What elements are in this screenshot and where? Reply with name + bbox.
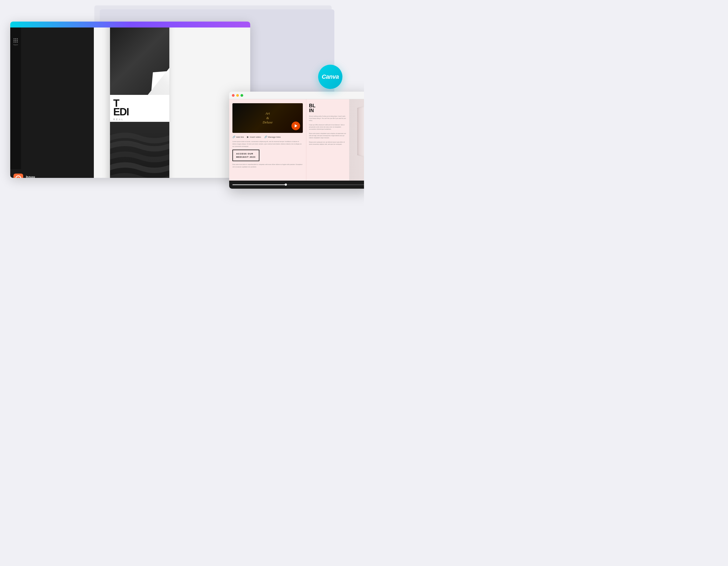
gradient-bar (10, 22, 250, 28)
sidebar-content: Issuu Created by Issuu.com Save your des… (10, 169, 94, 178)
minimize-button-icon[interactable] (236, 94, 239, 97)
dot (13, 42, 15, 43)
viewer-right-title: BLIN (309, 103, 346, 113)
apps-label: Apps (13, 43, 18, 46)
left-sidebar: Apps Issuu Created by Issuu.com (10, 28, 94, 178)
dot (13, 38, 15, 39)
insert-video-label: Insert video (250, 136, 261, 138)
dot (17, 40, 18, 41)
apps-section[interactable]: Apps (13, 38, 18, 46)
play-triangle (295, 124, 297, 128)
dot (15, 42, 16, 43)
issuu-logo-ring (15, 176, 21, 178)
dot (15, 40, 16, 41)
viewer-bottom-bar (229, 181, 364, 189)
viewer-left-page: Art&Deluxe 🔗 Add link ▶ Insert video 🔗 M… (229, 99, 306, 181)
play-button-icon[interactable] (291, 122, 300, 130)
main-content-area: TEDI REAL (94, 28, 250, 178)
progress-thumb (285, 184, 287, 186)
manage-links-button[interactable]: 🔗 Manage links (264, 136, 281, 138)
viewer-right-lorem: Almost nothing works if what you're doin… (309, 115, 346, 145)
canva-badge: Canva (318, 65, 342, 89)
issuu-app-name: Issuu (26, 175, 52, 178)
access-btn-text: ACCESS OURMEDIAKIT 2023 (236, 152, 256, 158)
dot (15, 38, 16, 39)
apps-grid-icon (13, 38, 18, 43)
progress-bar[interactable] (232, 184, 364, 185)
viewer-left-lorem: Lorem ipsum dolor sit amet, consectetur … (232, 141, 303, 148)
video-thumbnail[interactable]: Art&Deluxe (232, 103, 303, 133)
dot (13, 40, 15, 41)
insert-video-button[interactable]: ▶ Insert video (247, 136, 261, 138)
viewer-body: Art&Deluxe 🔗 Add link ▶ Insert video 🔗 M… (229, 99, 364, 181)
issuu-header: Issuu Created by Issuu.com (13, 174, 91, 178)
add-link-button[interactable]: 🔗 Add link (232, 136, 244, 138)
issuu-logo-icon (13, 174, 23, 178)
manage-icon: 🔗 (264, 136, 267, 138)
viewer-right-page: BLIN Almost nothing works if what you're… (306, 99, 349, 181)
main-window: Apps Issuu Created by Issuu.com (10, 22, 250, 178)
issuu-viewer-window: Art&Deluxe 🔗 Add link ▶ Insert video 🔗 M… (229, 92, 364, 189)
maximize-button-icon[interactable] (241, 94, 243, 97)
access-mediakit-button[interactable]: ACCESS OURMEDIAKIT 2023 (232, 150, 259, 161)
viewer-titlebar (229, 92, 364, 99)
video-icon: ▶ (247, 136, 249, 138)
dot (17, 42, 18, 43)
video-gold-text: Art&Deluxe (263, 111, 273, 125)
add-link-label: Add link (236, 136, 244, 138)
viewer-toolbar: 🔗 Add link ▶ Insert video 🔗 Manage links (232, 136, 303, 138)
dot (17, 38, 18, 39)
canva-logo-text: Canva (322, 73, 339, 80)
manage-links-label: Manage links (268, 136, 281, 138)
close-button-icon[interactable] (232, 94, 235, 97)
link-icon: 🔗 (232, 136, 235, 138)
issuu-title-block: Issuu Created by Issuu.com (26, 175, 52, 178)
app-icon-bar: Apps (10, 28, 21, 169)
viewer-left-lorem-2: Duis aute irure dolor in reprehenderit i… (232, 163, 303, 168)
progress-fill (232, 184, 286, 185)
